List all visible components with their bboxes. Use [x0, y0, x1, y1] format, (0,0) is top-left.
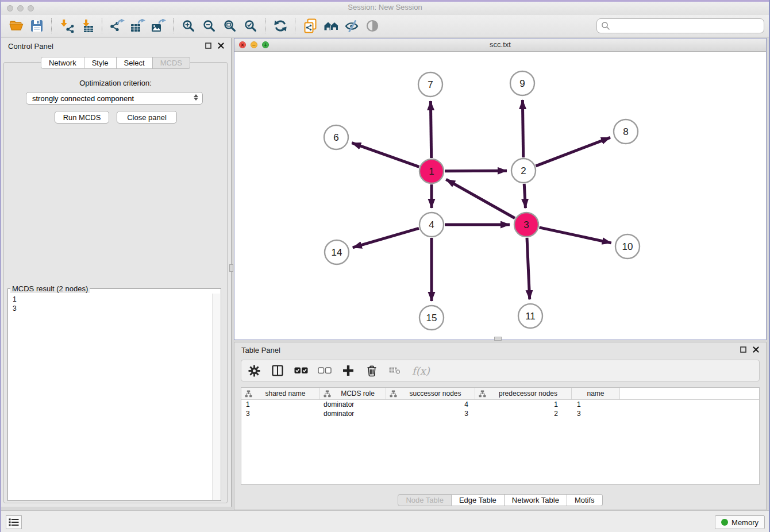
- tab-select[interactable]: Select: [117, 57, 153, 69]
- horizontal-splitter-handle[interactable]: [494, 337, 502, 341]
- float-table-panel-icon[interactable]: [740, 346, 746, 353]
- table-cell[interactable]: 1: [241, 400, 320, 408]
- edge-1-2[interactable]: [445, 171, 507, 171]
- node-9[interactable]: 9: [510, 71, 534, 95]
- table-cell[interactable]: 3: [572, 410, 620, 418]
- close-panel-button[interactable]: Close panel: [117, 111, 177, 124]
- graphics-details-button[interactable]: [362, 17, 383, 34]
- memory-button[interactable]: Memory: [715, 515, 765, 529]
- column-header-name[interactable]: name: [572, 388, 620, 399]
- tab-network[interactable]: Network: [41, 57, 84, 69]
- zoom-selected-button[interactable]: [240, 17, 261, 34]
- clone-network-button[interactable]: [300, 17, 321, 34]
- table-cell[interactable]: 3: [386, 410, 475, 418]
- column-header-MCDS-role[interactable]: MCDS role: [320, 388, 386, 399]
- open-session-button[interactable]: [6, 17, 26, 34]
- table-cell[interactable]: dominator: [320, 410, 386, 418]
- network-minimize-button[interactable]: −: [251, 41, 257, 48]
- function-builder-button[interactable]: f(x): [412, 364, 430, 377]
- node-7[interactable]: 7: [418, 72, 442, 97]
- zoom-in-button[interactable]: [178, 17, 199, 34]
- column-layout-button[interactable]: [271, 364, 284, 377]
- node-label: 1: [429, 166, 434, 177]
- node-4[interactable]: 4: [419, 213, 444, 237]
- search-field[interactable]: [596, 18, 764, 33]
- table-tab-edge-table[interactable]: Edge Table: [452, 494, 505, 506]
- toolbar-separator: [102, 18, 103, 33]
- table-cell[interactable]: 1: [475, 400, 572, 408]
- node-15[interactable]: 15: [419, 306, 444, 330]
- hide-selected-button[interactable]: [341, 17, 362, 34]
- deselect-all-button[interactable]: [318, 364, 332, 377]
- table-cell[interactable]: 4: [386, 400, 475, 408]
- search-icon: [601, 21, 610, 30]
- save-session-button[interactable]: [26, 17, 47, 34]
- node-14[interactable]: 14: [325, 240, 349, 264]
- network-maximize-button[interactable]: +: [262, 41, 269, 48]
- close-table-panel-icon[interactable]: [753, 346, 759, 353]
- trash-icon: [366, 365, 378, 377]
- refresh-button[interactable]: [270, 17, 291, 34]
- node-3[interactable]: 3: [514, 213, 538, 237]
- zoom-out-button[interactable]: [199, 17, 220, 34]
- import-network-button[interactable]: [56, 17, 77, 34]
- table-cell[interactable]: dominator: [320, 400, 386, 408]
- node-label: 10: [622, 241, 633, 252]
- mcds-result-list[interactable]: 1 3: [9, 293, 211, 499]
- criterion-select[interactable]: strongly connected component: [26, 92, 203, 105]
- edge-3-11[interactable]: [527, 238, 530, 299]
- table-tab-motifs[interactable]: Motifs: [567, 494, 603, 506]
- close-panel-icon[interactable]: [218, 43, 224, 49]
- table-settings-button[interactable]: [247, 364, 261, 377]
- table-cell[interactable]: 1: [572, 400, 620, 408]
- edge-2-3[interactable]: [524, 184, 525, 208]
- export-image-button[interactable]: [148, 17, 169, 34]
- edge-1-7[interactable]: [430, 101, 431, 158]
- select-all-button[interactable]: [294, 364, 308, 377]
- edge-4-14[interactable]: [353, 228, 419, 247]
- node-1[interactable]: 1: [419, 159, 444, 183]
- node-6[interactable]: 6: [324, 125, 348, 149]
- network-graph[interactable]: 7968124314101511: [234, 51, 766, 340]
- node-11[interactable]: 11: [518, 304, 542, 328]
- run-mcds-button[interactable]: Run MCDS: [55, 111, 109, 124]
- import-table-button[interactable]: [77, 17, 98, 34]
- node-2[interactable]: 2: [511, 159, 536, 183]
- delete-table-button[interactable]: [388, 364, 402, 377]
- search-input[interactable]: [610, 21, 760, 31]
- first-neighbors-button[interactable]: [321, 17, 341, 34]
- app-title: Session: New Session: [0, 0, 770, 15]
- table-cell[interactable]: 2: [475, 410, 572, 418]
- vertical-splitter-handle[interactable]: [229, 264, 233, 272]
- task-history-button[interactable]: [6, 515, 22, 529]
- edge-1-6[interactable]: [352, 143, 419, 167]
- float-panel-icon[interactable]: [205, 43, 211, 49]
- tab-style[interactable]: Style: [84, 57, 117, 69]
- column-header-successor-nodes[interactable]: successor nodes: [386, 388, 475, 399]
- export-table-button[interactable]: [128, 17, 148, 34]
- node-8[interactable]: 8: [614, 119, 638, 144]
- node-label: 2: [521, 165, 526, 176]
- node-10[interactable]: 10: [615, 234, 640, 259]
- table-row[interactable]: 3dominator323: [241, 409, 759, 418]
- network-canvas[interactable]: 7968124314101511: [234, 51, 766, 340]
- edge-3-10[interactable]: [539, 228, 611, 243]
- edge-2-8[interactable]: [536, 137, 610, 165]
- export-network-button[interactable]: [107, 17, 128, 34]
- table-tab-node-table[interactable]: Node Table: [398, 494, 452, 506]
- table-cell[interactable]: 3: [241, 410, 320, 418]
- edge-3-1[interactable]: [446, 179, 515, 218]
- network-close-button[interactable]: ×: [239, 41, 246, 48]
- zoom-fit-button[interactable]: [220, 17, 240, 34]
- tab-mcds[interactable]: MCDS: [153, 57, 190, 69]
- table-row[interactable]: 1dominator411: [241, 400, 759, 409]
- table-tab-network-table[interactable]: Network Table: [505, 494, 567, 506]
- column-header-predecessor-nodes[interactable]: predecessor nodes: [475, 388, 572, 399]
- node-label: 3: [523, 219, 529, 230]
- edge-2-9[interactable]: [522, 100, 523, 157]
- add-row-button[interactable]: [341, 364, 355, 377]
- result-scrollbar[interactable]: [212, 294, 220, 500]
- delete-row-button[interactable]: [365, 364, 379, 377]
- column-header-shared-name[interactable]: shared name: [241, 388, 320, 399]
- unchecked-boxes-icon: [318, 367, 332, 374]
